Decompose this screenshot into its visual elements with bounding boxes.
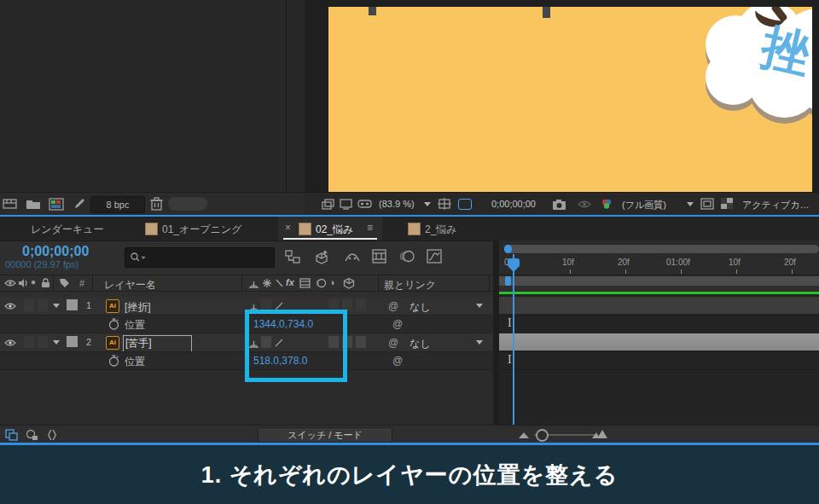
ruler-tick [736,269,737,274]
property-name[interactable]: 位置 [125,355,145,369]
stopwatch-icon[interactable] [108,318,119,330]
switch-cell[interactable] [356,336,366,348]
footage-icon[interactable] [49,198,64,211]
switch-mode-button[interactable]: スイッチ / モード [258,427,392,443]
search-options-chevron[interactable] [141,257,146,260]
tab-01-opening[interactable]: 01_オープニング [162,223,241,237]
mini-flowchart-icon[interactable] [285,250,300,264]
lock-cell[interactable] [38,299,48,311]
layer-index: 2 [86,337,91,347]
eye-icon[interactable] [4,302,16,310]
property-name[interactable]: 位置 [125,318,145,333]
chevron-down-icon[interactable] [424,202,431,206]
pickwhip-icon[interactable]: @ [392,355,403,367]
show-snapshot-eye-icon[interactable] [578,200,591,209]
layer-name[interactable]: [挫折] [125,300,151,315]
work-area-bar[interactable] [499,276,819,286]
keyframe-ibeam[interactable]: I [508,317,512,329]
parent-pickwhip-icon[interactable]: @ [388,337,398,349]
tab-render-queue[interactable]: レンダーキュー [31,223,103,237]
viewer-timecode[interactable]: 0;00;00;00 [485,199,542,209]
switch-cell[interactable] [356,299,366,311]
expand-inout-panes-icon[interactable] [46,429,58,441]
time-ruler[interactable]: 00f 10f 20f 01:00f 10f 20f [499,254,819,275]
layer-expand-chevron[interactable] [53,304,60,308]
parent-pickwhip-icon[interactable]: @ [388,300,398,312]
channels-icon[interactable] [600,199,613,210]
interpret-footage-icon[interactable] [73,198,85,211]
number-column-header[interactable]: # [79,278,84,288]
expand-transfer-controls-icon[interactable] [26,429,38,441]
search-icon[interactable] [130,252,142,264]
parent-dropdown-chevron[interactable] [476,340,483,345]
cube-3d-switch-icon [343,277,355,289]
graph-editor-icon[interactable] [427,249,442,264]
draft-3d-icon[interactable] [314,249,330,264]
chevron-down-icon[interactable] [687,202,694,206]
parent-link-column-header[interactable]: 親とリンク [384,278,436,293]
frame-blending-icon[interactable] [372,249,386,264]
pane-divider[interactable] [493,240,499,425]
tab-2-nayami[interactable]: 2_悩み [425,223,457,237]
eye-column-icon[interactable] [4,279,16,287]
shy-layers-icon[interactable] [345,252,360,262]
layer-search-box[interactable] [125,247,275,268]
layer-name-column-header[interactable]: レイヤー名 [104,278,156,293]
tab-02-nayami[interactable]: × 02_悩み ≡ [278,217,382,240]
audio-cell[interactable] [24,299,34,311]
transparency-grid-icon[interactable] [721,198,733,209]
stopwatch-icon[interactable] [108,355,119,367]
layer-name-selected[interactable]: [苦手] [123,335,192,352]
region-of-interest-icon[interactable] [700,198,714,210]
time-navigator-start-handle[interactable] [504,245,512,253]
work-area-start-handle[interactable] [505,276,511,286]
playhead-line[interactable] [513,254,514,425]
monitor-icon[interactable] [340,199,352,210]
composition-icon [408,223,421,235]
timeline-panel: レンダーキュー 01_オープニング × 02_悩み ≡ 2_悩み 0;00;00… [0,217,819,443]
time-navigator[interactable] [504,245,819,253]
label-color-swatch[interactable] [67,299,78,310]
solo-column-icon[interactable]: ● [31,277,36,287]
folder-icon[interactable] [26,199,41,210]
snapshot-camera-icon[interactable] [552,199,566,210]
current-timecode[interactable]: 0;00;00;00 [22,244,89,259]
expand-layer-switches-icon[interactable] [5,429,18,441]
grid-guides-icon[interactable] [438,198,452,211]
zoom-in-mountain-icon[interactable] [592,430,607,438]
parent-dropdown[interactable]: なし [410,337,431,351]
render-queue-icon[interactable] [3,198,18,211]
keyframe-ibeam[interactable]: I [508,354,512,366]
mask-visibility-icon[interactable] [458,199,472,210]
color-depth-button[interactable]: 8 bpc [90,196,145,213]
close-icon[interactable]: × [285,222,291,234]
label-column-icon[interactable] [59,278,70,288]
quality-switch-icon [248,278,259,288]
label-color-swatch[interactable] [67,336,78,347]
lock-cell[interactable] [38,336,48,348]
layer1-duration-bar[interactable] [499,297,819,314]
vr-goggles-icon[interactable] [357,199,373,210]
timeline-zoom-knob[interactable] [536,429,549,442]
active-camera-dropdown[interactable]: アクティブカ… [742,199,810,211]
composition-canvas[interactable]: 挫 [328,7,812,192]
zoom-out-mountain-icon[interactable] [519,432,529,438]
trash-icon[interactable] [150,197,163,211]
fx-switch-icon: fx [286,277,294,287]
parent-dropdown[interactable]: なし [410,300,431,315]
pickwhip-icon[interactable]: @ [392,318,403,330]
eye-icon[interactable] [4,339,16,347]
layer-expand-chevron[interactable] [53,340,60,345]
tab-menu-icon[interactable]: ≡ [367,222,373,234]
audio-cell[interactable] [24,336,34,348]
quality-dropdown[interactable]: (フル画質) [622,199,666,211]
layer2-duration-bar-selected[interactable] [499,333,819,350]
magnification-dropdown[interactable]: (83.9 %) [379,199,415,209]
column-header-row: ● # レイヤー名 fx [0,275,493,292]
ruler-tick [625,269,626,274]
motion-blur-icon[interactable] [398,250,415,263]
audio-column-icon[interactable] [18,278,28,288]
lock-column-icon[interactable] [41,278,50,288]
multi-view-icon[interactable] [322,199,334,210]
parent-dropdown-chevron[interactable] [476,304,483,308]
